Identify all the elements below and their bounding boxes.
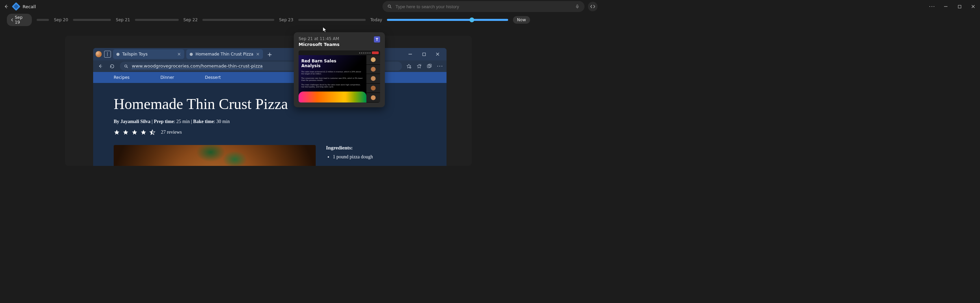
timeline-now-label: Now <box>517 18 526 22</box>
preview-thumbnail: Red Barn SalesAnalysis The sales team ac… <box>299 50 380 102</box>
timeline-segment[interactable] <box>202 19 274 21</box>
timeline-date-label: Sep 21 <box>116 18 130 22</box>
leave-call-icon <box>372 51 379 54</box>
slide-graphic <box>299 91 366 102</box>
recall-app-icon <box>12 2 20 11</box>
svg-point-0 <box>388 5 390 7</box>
chevron-left-icon <box>11 18 13 22</box>
browser-menu-button[interactable]: ··· <box>437 63 443 70</box>
star-icon <box>114 129 120 136</box>
preview-app-name: Microsoft Teams <box>299 42 340 47</box>
recipe-hero-image <box>114 145 316 166</box>
tab-close-button[interactable] <box>177 53 181 56</box>
nav-link[interactable]: Recipes <box>114 75 129 80</box>
slide-title: Red Barn SalesAnalysis <box>301 59 364 69</box>
title-bar: Recall ··· <box>0 0 537 13</box>
browser-close-button[interactable] <box>431 48 444 60</box>
favicon <box>116 53 119 56</box>
search-input[interactable] <box>396 4 537 9</box>
browser-back-button[interactable] <box>97 62 104 70</box>
star-half-icon <box>149 129 156 136</box>
nav-link[interactable]: Dessert <box>205 75 221 80</box>
slide-paragraph: The conversion rate from lead to custome… <box>301 77 364 81</box>
tab-label: Homemade Thin Crust Pizza <box>196 52 253 57</box>
timeline-date-label: Sep 23 <box>279 18 293 22</box>
nav-link[interactable]: Dinner <box>160 75 174 80</box>
browser-tab[interactable]: Tailspin Toys <box>113 49 184 59</box>
svg-rect-3 <box>423 53 425 56</box>
preview-timestamp: Sep 21 at 11:45 AM <box>299 36 340 41</box>
timeline-now-pill[interactable]: Now <box>513 16 530 24</box>
arrow-left-icon <box>4 4 9 9</box>
timeline-segment[interactable] <box>73 19 111 21</box>
tab-actions-icon[interactable] <box>104 51 111 57</box>
tab-close-button[interactable] <box>256 53 259 56</box>
reviews-count: 27 reviews <box>161 129 182 135</box>
browser-maximize-button[interactable] <box>417 48 431 60</box>
ingredient-item: 1 pound pizza dough <box>333 154 373 160</box>
slide-paragraph: The sales team achieved $1.2 million in … <box>301 70 364 75</box>
browser-window: Tailspin Toys Homemade Thin Crust Pizza … <box>93 48 447 166</box>
ingredients-heading: Ingredients: <box>326 145 373 151</box>
svg-point-4 <box>125 65 127 67</box>
timeline-bar[interactable]: Sep 19 Sep 20 Sep 21 Sep 22 Sep 23 Today… <box>0 13 537 27</box>
site-nav: Recipes Dinner Dessert <box>93 72 447 83</box>
ingredients-panel: Ingredients: 1 pound pizza dough <box>326 145 373 166</box>
search-icon <box>387 4 392 9</box>
page-content: Homemade Thin Crust Pizza By Jayamali Si… <box>93 83 447 166</box>
favorites-list-button[interactable] <box>416 64 422 69</box>
star-icon <box>132 129 138 136</box>
browser-tab-strip: Tailspin Toys Homemade Thin Crust Pizza … <box>93 48 447 60</box>
timeline-date-label: Sep 20 <box>54 18 68 22</box>
favicon <box>190 53 193 56</box>
browser-tab[interactable]: Homemade Thin Crust Pizza <box>186 49 263 59</box>
byline: By Jayamali Silva | Prep time: 25 min | … <box>114 119 426 124</box>
favorite-star-button[interactable] <box>406 64 412 69</box>
browser-minimize-button[interactable] <box>403 48 417 60</box>
rating-row: 27 reviews <box>114 129 426 136</box>
timeline-segment[interactable] <box>135 19 179 21</box>
url-text: www.woodgrovegroceries.com/homemade-thin… <box>132 64 262 69</box>
timeline-preview-card[interactable]: Sep 21 at 11:45 AM Microsoft Teams T Red… <box>294 32 385 107</box>
search-icon <box>124 64 129 69</box>
timeline-knob[interactable] <box>469 18 474 22</box>
teams-participants <box>366 55 380 102</box>
browser-toolbar: www.woodgrovegroceries.com/homemade-thin… <box>93 60 447 72</box>
timeline-date-label: Sep 22 <box>183 18 198 22</box>
timeline-date-label: Today <box>371 18 382 22</box>
slide-paragraph: The main challenges faced by the sales t… <box>301 84 364 88</box>
app-name: Recall <box>22 4 36 9</box>
collections-button[interactable] <box>426 64 432 69</box>
snapshot-stage: Tailspin Toys Homemade Thin Crust Pizza … <box>65 36 472 166</box>
tab-label: Tailspin Toys <box>122 52 148 57</box>
timeline-segment-active[interactable] <box>387 19 508 21</box>
star-icon <box>140 129 146 136</box>
profile-avatar[interactable] <box>95 51 102 57</box>
timeline-start-label: Sep 19 <box>15 15 28 25</box>
back-button[interactable] <box>3 3 10 10</box>
new-tab-button[interactable]: + <box>265 51 274 58</box>
timeline-segment[interactable] <box>37 19 49 21</box>
star-icon <box>123 129 129 136</box>
browser-refresh-button[interactable] <box>108 62 116 70</box>
timeline-segment[interactable] <box>298 19 366 21</box>
search-box[interactable] <box>382 1 537 12</box>
timeline-start-pill[interactable]: Sep 19 <box>7 14 32 26</box>
teams-app-icon: T <box>374 36 380 43</box>
